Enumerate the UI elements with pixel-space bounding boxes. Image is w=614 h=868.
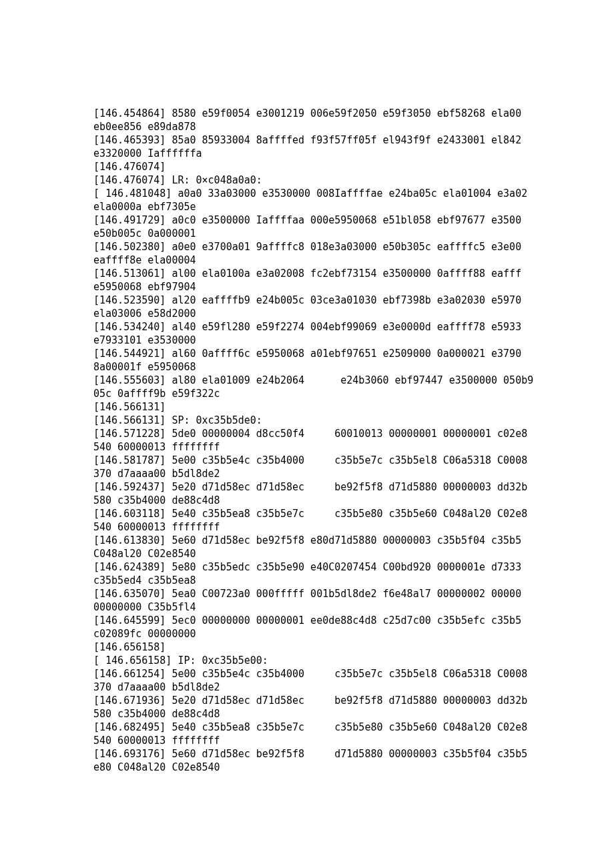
- log-text: [146.454864] 8580 e59f0054 e3001219 006e…: [93, 107, 539, 773]
- log-output: [146.454864] 8580 e59f0054 e3001219 006e…: [0, 0, 614, 868]
